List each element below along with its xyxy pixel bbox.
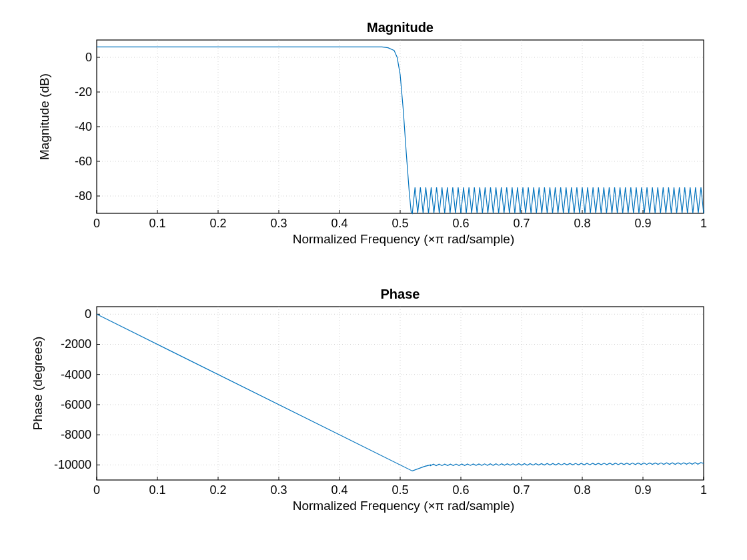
- phase-xtick-6: 0.6: [452, 483, 469, 497]
- phase-xtick-2: 0.2: [209, 483, 226, 497]
- mag-ytick-0: 0: [67, 51, 92, 65]
- phase-ytick-3: -6000: [50, 398, 91, 412]
- mag-xtick-9: 0.9: [634, 217, 651, 231]
- phase-xtick-7: 0.7: [513, 483, 530, 497]
- mag-xtick-5: 0.5: [392, 217, 408, 231]
- phase-xtick-8: 0.8: [574, 483, 590, 497]
- mag-xtick-2: 0.2: [209, 217, 226, 231]
- phase-axes: [0, 280, 747, 560]
- mag-xtick-8: 0.8: [574, 217, 590, 231]
- mag-xtick-7: 0.7: [513, 217, 530, 231]
- phase-panel: Phase Phase (degrees) Normalized Frequen…: [0, 280, 747, 560]
- phase-ytick-1: -2000: [50, 337, 91, 351]
- phase-xtick-3: 0.3: [270, 483, 287, 497]
- phase-xtick-1: 0.1: [149, 483, 165, 497]
- phase-xtick-5: 0.5: [392, 483, 408, 497]
- mag-ytick-2: -40: [67, 120, 92, 134]
- phase-xtick-9: 0.9: [634, 483, 651, 497]
- phase-ytick-0: 0: [50, 307, 91, 321]
- mag-xtick-1: 0.1: [149, 217, 165, 231]
- phase-xtick-10: 1: [700, 483, 707, 497]
- phase-xtick-4: 0.4: [331, 483, 347, 497]
- magnitude-panel: Magnitude Magnitude (dB) Normalized Freq…: [0, 0, 747, 280]
- figure: Magnitude Magnitude (dB) Normalized Freq…: [0, 0, 747, 560]
- magnitude-axes: [0, 0, 747, 280]
- mag-xtick-6: 0.6: [452, 217, 469, 231]
- mag-xtick-3: 0.3: [270, 217, 287, 231]
- phase-xtick-0: 0: [93, 483, 100, 497]
- mag-xtick-0: 0: [93, 217, 100, 231]
- phase-ytick-4: -8000: [50, 428, 91, 442]
- mag-ytick-3: -60: [67, 155, 92, 169]
- mag-xtick-4: 0.4: [331, 217, 347, 231]
- phase-ytick-5: -10000: [50, 458, 91, 472]
- mag-xtick-10: 1: [700, 217, 707, 231]
- phase-ytick-2: -4000: [50, 368, 91, 382]
- mag-ytick-4: -80: [67, 189, 92, 203]
- mag-ytick-1: -20: [67, 85, 92, 99]
